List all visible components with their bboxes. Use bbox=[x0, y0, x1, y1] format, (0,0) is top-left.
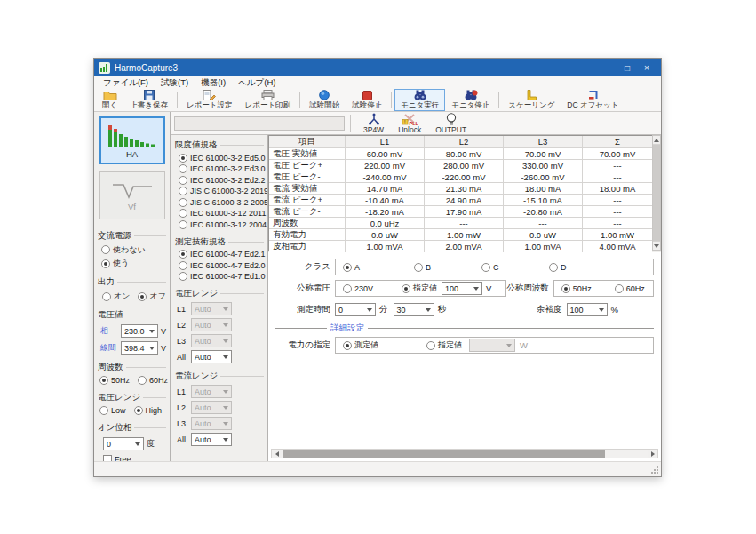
triangle-down-icon bbox=[654, 244, 659, 248]
current-range-l3-select[interactable]: Auto bbox=[191, 417, 232, 430]
radio-specified-voltage[interactable]: 指定値 bbox=[402, 283, 437, 294]
radio-icon bbox=[138, 292, 147, 301]
line-voltage-select[interactable]: 398.4 bbox=[121, 341, 158, 355]
radio-limit-std-0[interactable]: IEC 61000-3-2 Ed5.0 bbox=[175, 151, 264, 163]
main-panel: 項目 L1 L2 L3 Σ 電圧 実効値60.00 mV80.00 mV70.0… bbox=[268, 135, 661, 461]
menu-help[interactable]: ヘルプ(H) bbox=[232, 77, 282, 89]
maximize-button[interactable]: □ bbox=[617, 63, 637, 73]
content-area: 限度値規格 IEC 61000-3-2 Ed5.0 IEC 61000-3-2 … bbox=[171, 135, 661, 461]
nominal-voltage-row: 公称電圧 230V 指定値 100 V 公称周波数 50Hz bbox=[275, 280, 654, 297]
scroll-down-arrow[interactable] bbox=[653, 241, 660, 250]
radio-class-b[interactable]: B bbox=[414, 263, 474, 272]
power-value-select[interactable] bbox=[469, 339, 515, 352]
scrollbar-thumb[interactable] bbox=[653, 145, 660, 241]
radio-icon bbox=[343, 341, 352, 350]
radio-range-low[interactable]: Low bbox=[99, 406, 126, 415]
current-range-all-select[interactable]: Auto bbox=[191, 433, 232, 446]
form-horizontal-scrollbar[interactable] bbox=[271, 449, 658, 458]
menu-device[interactable]: 機器(I) bbox=[195, 77, 232, 89]
menu-file[interactable]: ファイル(F) bbox=[97, 77, 155, 89]
monitor-run-icon bbox=[413, 90, 427, 100]
table-row: 周波数0.0 uHz--------- bbox=[269, 218, 652, 229]
table-vertical-scrollbar[interactable] bbox=[652, 135, 661, 251]
scrollbar-track[interactable] bbox=[282, 450, 648, 458]
scroll-left-arrow[interactable] bbox=[272, 450, 282, 458]
power-spec-row: 電力の指定 測定値 指定値 W bbox=[275, 337, 654, 354]
scroll-up-arrow[interactable] bbox=[653, 136, 660, 145]
settings-form: クラス A B C D 公称電圧 230V bbox=[268, 252, 661, 461]
report-settings-button[interactable]: レポート設定 bbox=[180, 89, 239, 111]
radio-icon bbox=[179, 272, 187, 281]
monitor-stop-button[interactable]: モニタ停止 bbox=[445, 89, 496, 111]
advanced-settings-divider: 詳細設定 bbox=[275, 323, 654, 333]
close-button[interactable]: × bbox=[637, 63, 657, 73]
radio-power-specified[interactable]: 指定値 bbox=[426, 339, 462, 351]
radio-freq-50hz[interactable]: 50Hz bbox=[99, 376, 130, 385]
radio-output-off[interactable]: オフ bbox=[138, 291, 165, 302]
radio-freq-60hz[interactable]: 60Hz bbox=[138, 376, 168, 385]
wiring-3p4w-button[interactable]: 3P4W bbox=[356, 113, 391, 134]
open-button[interactable]: 開く bbox=[96, 89, 123, 111]
radio-class-a[interactable]: A bbox=[343, 263, 407, 272]
radio-output-on[interactable]: オン bbox=[102, 291, 130, 302]
secondary-toolbar: 3P4W !PLL Unlock OUTPUT bbox=[171, 112, 661, 135]
voltage-range-l3-select[interactable]: Auto bbox=[191, 334, 232, 347]
test-stop-button[interactable]: 試験停止 bbox=[346, 89, 388, 111]
menu-test[interactable]: 試験(T) bbox=[155, 77, 195, 89]
radio-limit-std-1[interactable]: IEC 61000-3-2 Ed3.0 bbox=[175, 163, 264, 174]
section-title-voltage-range: 電圧レンジ bbox=[175, 288, 264, 299]
scroll-right-arrow[interactable] bbox=[648, 450, 657, 458]
test-stop-icon bbox=[362, 91, 372, 100]
report-print-button[interactable]: レポート印刷 bbox=[239, 89, 298, 111]
radio-230v[interactable]: 230V bbox=[343, 284, 394, 293]
resize-grip[interactable] bbox=[657, 472, 658, 474]
checkbox-free[interactable]: Free bbox=[98, 452, 166, 461]
table-row: 電圧 ピーク+220.00 mV280.00 mV330.00 mV--- bbox=[269, 160, 652, 171]
radio-limit-std-4[interactable]: JIS C 61000-3-2 2005 bbox=[175, 195, 264, 207]
dc-offset-button[interactable]: DC オフセット bbox=[561, 89, 625, 111]
section-title-measure-standard: 測定技術規格 bbox=[175, 236, 264, 248]
radio-limit-std-3[interactable]: JIS C 61000-3-2 2019 bbox=[175, 185, 264, 196]
test-start-button[interactable]: 試験開始 bbox=[303, 89, 346, 111]
radio-nominal-60hz[interactable]: 60Hz bbox=[615, 284, 645, 293]
radio-ac-not-used[interactable]: 使わない bbox=[98, 242, 166, 256]
on-phase-select[interactable]: 0 bbox=[103, 437, 144, 450]
voltage-range-l1-select[interactable]: Auto bbox=[191, 302, 232, 315]
pll-unlock-button[interactable]: !PLL Unlock bbox=[391, 113, 428, 134]
radio-nominal-50hz[interactable]: 50Hz bbox=[561, 284, 608, 293]
measure-time-min-select[interactable]: 0 bbox=[335, 303, 376, 316]
radio-measure-std-2[interactable]: IEC 61000-4-7 Ed1.0 bbox=[175, 270, 264, 282]
chevron-down-icon bbox=[223, 355, 228, 359]
table-row: 有効電力0.0 uW1.00 mW0.0 uW1.00 mW bbox=[269, 229, 652, 241]
radio-icon bbox=[179, 198, 187, 207]
save-button[interactable]: 上書き保存 bbox=[123, 89, 174, 111]
scrollbar-thumb[interactable] bbox=[283, 450, 605, 458]
radio-measure-std-0[interactable]: IEC 61000-4-7 Ed2.1 bbox=[175, 248, 264, 259]
scaling-button[interactable]: スケーリング bbox=[502, 89, 561, 111]
chevron-down-icon bbox=[426, 308, 431, 312]
radio-class-d[interactable]: D bbox=[549, 263, 567, 272]
radio-range-high[interactable]: High bbox=[134, 406, 163, 415]
current-range-l1-select[interactable]: Auto bbox=[191, 385, 232, 398]
radio-limit-std-2[interactable]: IEC 61000-3-2 Ed2.2 bbox=[175, 173, 264, 185]
voltage-range-l2-select[interactable]: Auto bbox=[191, 318, 232, 331]
current-range-l2-select[interactable]: Auto bbox=[191, 401, 232, 414]
radio-power-measured[interactable]: 測定値 bbox=[343, 339, 419, 351]
output-button[interactable]: OUTPUT bbox=[428, 113, 473, 134]
radio-class-c[interactable]: C bbox=[481, 263, 542, 272]
measure-time-sec-select[interactable]: 30 bbox=[394, 303, 434, 316]
phase-voltage-select[interactable]: 230.0 bbox=[121, 324, 158, 338]
radio-limit-std-6[interactable]: IEC 61000-3-12 2004 bbox=[175, 218, 264, 229]
output-options: オン オフ bbox=[98, 288, 166, 302]
monitor-run-button[interactable]: モニタ実行 bbox=[394, 89, 445, 111]
mode-button-vf[interactable]: Vf bbox=[99, 171, 165, 219]
radio-measure-std-1[interactable]: IEC 61000-4-7 Ed2.0 bbox=[175, 259, 264, 270]
margin-select[interactable]: 100 bbox=[567, 303, 608, 316]
open-folder-icon bbox=[103, 90, 117, 100]
phase-label: 相 bbox=[100, 325, 121, 337]
radio-ac-used[interactable]: 使う bbox=[98, 256, 166, 270]
nominal-voltage-select[interactable]: 100 bbox=[442, 282, 482, 295]
radio-limit-std-5[interactable]: IEC 61000-3-12 2011 bbox=[175, 207, 264, 219]
mode-button-ha[interactable]: HA bbox=[99, 116, 165, 164]
voltage-range-all-select[interactable]: Auto bbox=[191, 350, 232, 363]
